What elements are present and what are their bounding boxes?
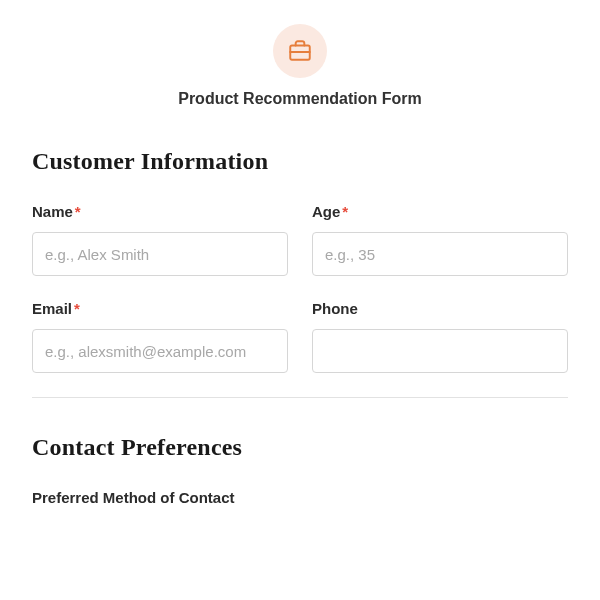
- required-mark: *: [342, 203, 348, 220]
- form-title: Product Recommendation Form: [32, 90, 568, 108]
- briefcase-icon: [273, 24, 327, 78]
- section-heading-contact-prefs: Contact Preferences: [32, 434, 568, 461]
- name-label: Name*: [32, 203, 288, 220]
- section-heading-customer-info: Customer Information: [32, 148, 568, 175]
- form-icon-container: [32, 24, 568, 78]
- email-label: Email*: [32, 300, 288, 317]
- age-label: Age*: [312, 203, 568, 220]
- phone-input[interactable]: [312, 329, 568, 373]
- age-label-text: Age: [312, 203, 340, 220]
- required-mark: *: [74, 300, 80, 317]
- divider: [32, 397, 568, 398]
- email-input[interactable]: [32, 329, 288, 373]
- preferred-contact-label: Preferred Method of Contact: [32, 489, 568, 506]
- name-label-text: Name: [32, 203, 73, 220]
- age-input[interactable]: [312, 232, 568, 276]
- phone-label: Phone: [312, 300, 568, 317]
- email-label-text: Email: [32, 300, 72, 317]
- name-input[interactable]: [32, 232, 288, 276]
- phone-label-text: Phone: [312, 300, 358, 317]
- required-mark: *: [75, 203, 81, 220]
